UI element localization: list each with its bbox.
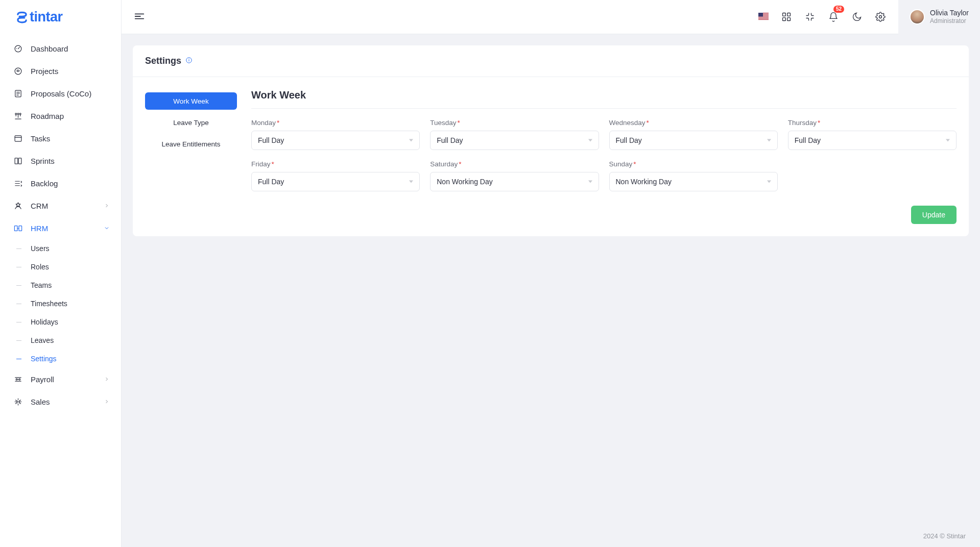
- sidebar-subitem-settings[interactable]: Settings: [0, 350, 121, 368]
- svg-rect-7: [15, 158, 18, 163]
- nav-label: Proposals (CoCo): [31, 89, 91, 98]
- footer: 2024 © Stintar: [122, 525, 980, 547]
- svg-rect-20: [758, 16, 769, 17]
- field-label: Saturday*: [430, 160, 599, 168]
- user-role: Administrator: [930, 17, 969, 24]
- chevron-right-icon: [104, 375, 111, 384]
- svg-point-28: [879, 16, 882, 18]
- field-label: Sunday*: [609, 160, 778, 168]
- nav-label: Users: [31, 244, 50, 253]
- fullscreen-exit-icon[interactable]: [804, 11, 816, 22]
- select-tuesday[interactable]: Full Day: [430, 131, 599, 150]
- field-label: Friday*: [251, 160, 420, 168]
- dark-mode-icon[interactable]: [851, 11, 863, 22]
- tab-label: Leave Entitlements: [162, 140, 221, 148]
- sidebar-subitem-timesheets[interactable]: Timesheets: [0, 294, 121, 313]
- svg-rect-27: [787, 18, 791, 21]
- user-menu[interactable]: Olivia Taylor Administrator: [898, 0, 980, 34]
- settings-card: Settings Work Week Leave Type Leave Enti…: [133, 45, 969, 236]
- sidebar-item-crm[interactable]: CRM: [0, 194, 121, 217]
- brand[interactable]: tintar: [0, 0, 121, 34]
- nav-label: Settings: [31, 355, 57, 363]
- sidebar-subitem-users[interactable]: Users: [0, 239, 121, 258]
- sidebar-subitem-leaves[interactable]: Leaves: [0, 331, 121, 350]
- svg-rect-21: [758, 17, 769, 18]
- sales-icon: [13, 397, 22, 406]
- sidebar-item-backlog[interactable]: Backlog: [0, 172, 121, 194]
- sidebar-subitem-roles[interactable]: Roles: [0, 258, 121, 276]
- tab-leave-entitlements[interactable]: Leave Entitlements: [145, 135, 237, 153]
- payroll-icon: [13, 375, 22, 384]
- svg-rect-23: [758, 13, 763, 17]
- nav-label: Dashboard: [31, 44, 68, 53]
- info-icon[interactable]: [185, 57, 193, 65]
- apps-grid-icon[interactable]: [781, 11, 792, 22]
- main-column: 52 Olivia Taylor Administrator: [122, 0, 980, 547]
- select-thursday[interactable]: Full Day: [788, 131, 957, 150]
- svg-rect-26: [783, 18, 786, 21]
- select-value: Full Day: [795, 136, 821, 144]
- select-friday[interactable]: Full Day: [251, 172, 420, 191]
- footer-text: 2024 © Stintar: [923, 532, 966, 540]
- field-saturday: Saturday* Non Working Day: [430, 160, 599, 191]
- avatar: [910, 9, 925, 24]
- tab-label: Leave Type: [173, 119, 209, 127]
- svg-point-1: [15, 68, 21, 74]
- field-sunday: Sunday* Non Working Day: [609, 160, 778, 191]
- settings-tabs: Work Week Leave Type Leave Entitlements: [145, 89, 237, 224]
- select-wednesday[interactable]: Full Day: [609, 131, 778, 150]
- button-label: Update: [922, 211, 945, 219]
- proposals-icon: [13, 89, 22, 98]
- svg-rect-24: [783, 13, 786, 16]
- sidebar-item-payroll[interactable]: Payroll: [0, 368, 121, 390]
- sidebar-item-sales[interactable]: Sales: [0, 390, 121, 413]
- select-sunday[interactable]: Non Working Day: [609, 172, 778, 191]
- select-saturday[interactable]: Non Working Day: [430, 172, 599, 191]
- sprints-icon: [13, 157, 22, 165]
- nav-label: Leaves: [31, 336, 54, 344]
- language-flag-icon[interactable]: [758, 13, 769, 21]
- sidebar-item-sprints[interactable]: Sprints: [0, 150, 121, 172]
- svg-rect-22: [758, 18, 769, 19]
- notifications-badge: 52: [833, 6, 844, 13]
- dashboard-icon: [13, 44, 22, 53]
- sidebar-item-dashboard[interactable]: Dashboard: [0, 37, 121, 60]
- sidebar-item-hrm[interactable]: HRM: [0, 217, 121, 239]
- select-monday[interactable]: Full Day: [251, 131, 420, 150]
- sidebar-item-tasks[interactable]: Tasks: [0, 127, 121, 150]
- update-button[interactable]: Update: [911, 206, 957, 224]
- sidebar-subitem-teams[interactable]: Teams: [0, 276, 121, 294]
- field-thursday: Thursday* Full Day: [788, 119, 957, 150]
- notifications-icon[interactable]: 52: [828, 11, 839, 22]
- nav-label: Backlog: [31, 179, 58, 188]
- select-value: Non Working Day: [437, 178, 492, 186]
- menu-toggle-icon[interactable]: [134, 11, 145, 23]
- sidebar-subitem-holidays[interactable]: Holidays: [0, 313, 121, 331]
- roadmap-icon: [13, 112, 22, 120]
- svg-rect-9: [14, 226, 17, 231]
- sidebar-item-roadmap[interactable]: Roadmap: [0, 105, 121, 127]
- tab-label: Work Week: [173, 97, 208, 105]
- select-value: Non Working Day: [616, 178, 672, 186]
- sidebar-item-proposals[interactable]: Proposals (CoCo): [0, 82, 121, 105]
- pane-title: Work Week: [251, 89, 957, 109]
- field-label: Thursday*: [788, 119, 957, 127]
- chevron-right-icon: [104, 397, 111, 406]
- nav-label: Teams: [31, 281, 52, 289]
- nav-label: Sprints: [31, 157, 55, 165]
- nav-label: Sales: [31, 397, 50, 406]
- tab-leave-type[interactable]: Leave Type: [145, 114, 237, 131]
- sidebar-item-projects[interactable]: Projects: [0, 60, 121, 82]
- nav-label: Payroll: [31, 375, 54, 384]
- nav-label: CRM: [31, 202, 48, 210]
- nav-label: Roadmap: [31, 112, 64, 120]
- select-value: Full Day: [437, 136, 463, 144]
- field-label: Monday*: [251, 119, 420, 127]
- crm-icon: [13, 202, 22, 210]
- field-tuesday: Tuesday* Full Day: [430, 119, 599, 150]
- topbar: 52 Olivia Taylor Administrator: [122, 0, 980, 34]
- tab-work-week[interactable]: Work Week: [145, 92, 237, 110]
- projects-icon: [13, 67, 22, 76]
- settings-gear-icon[interactable]: [875, 11, 886, 22]
- page-title: Settings: [145, 56, 181, 66]
